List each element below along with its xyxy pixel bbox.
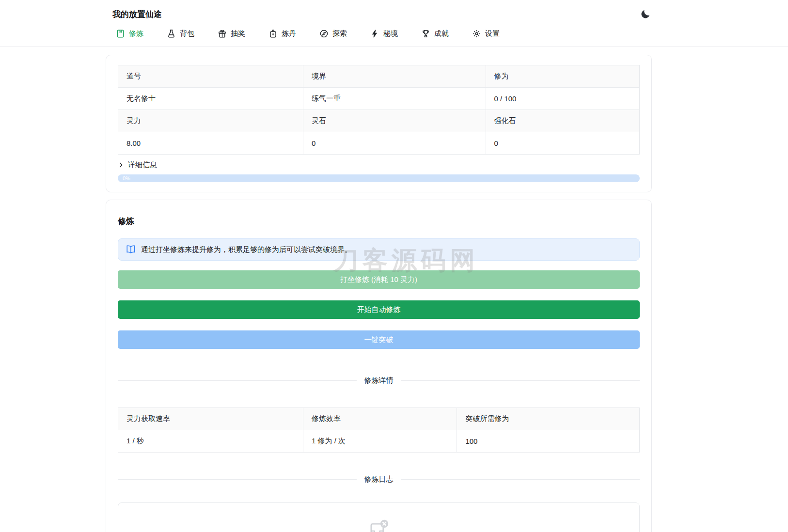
- cultivation-tip-alert: 通过打坐修炼来提升修为，积累足够的修为后可以尝试突破境界。: [118, 238, 640, 261]
- spirit-stone-value: 0: [303, 132, 486, 155]
- tab-label: 设置: [485, 29, 500, 38]
- app-title: 我的放置仙途: [112, 9, 162, 20]
- enhance-stone-label: 强化石: [486, 110, 639, 132]
- details-toggle-label: 详细信息: [128, 160, 157, 170]
- meditate-button[interactable]: 打坐修炼 (消耗 10 灵力): [118, 270, 640, 289]
- tab-label: 成就: [434, 29, 449, 38]
- chevron-right-icon: [118, 162, 124, 168]
- empty-inbox-icon: [368, 518, 390, 532]
- realm-label: 境界: [303, 65, 486, 88]
- stats-card: 道号 境界 修为 无名修士 练气一重 0 / 100 灵力 灵石 强化石 8.0…: [106, 55, 652, 192]
- header: 我的放置仙途 修炼 背包: [0, 0, 788, 47]
- cultivation-label: 修为: [486, 65, 639, 88]
- book-open-icon: [126, 245, 136, 254]
- tab-label: 抽奖: [231, 29, 245, 38]
- tab-label: 背包: [180, 29, 194, 38]
- table-row: 无名修士 练气一重 0 / 100: [118, 88, 640, 110]
- gift-icon: [218, 30, 226, 38]
- spirit-rate-label: 灵力获取速率: [118, 408, 303, 430]
- tab-cultivate[interactable]: 修炼: [116, 29, 143, 38]
- cultivation-tip-text: 通过打坐修炼来提升修为，积累足够的修为后可以尝试突破境界。: [141, 245, 352, 254]
- tab-label: 修炼: [129, 29, 143, 38]
- table-row: 灵力获取速率 修炼效率 突破所需修为: [118, 408, 640, 430]
- tab-backpack[interactable]: 背包: [167, 29, 194, 38]
- page: 我的放置仙途 修炼 背包: [0, 0, 788, 532]
- tab-label: 秘境: [383, 29, 398, 38]
- log-divider: 修炼日志: [118, 475, 640, 484]
- breakthrough-req-value: 100: [457, 430, 640, 453]
- cultivation-log-panel: 暂无日志: [118, 502, 640, 532]
- details-toggle[interactable]: 详细信息: [118, 160, 640, 170]
- efficiency-value: 1 修为 / 次: [303, 430, 457, 453]
- dao-name-label: 道号: [118, 65, 303, 88]
- journal-icon: [116, 30, 125, 38]
- cultivation-card: 修炼 通过打坐修炼来提升修为，积累足够的修为后可以尝试突破境界。 打坐修炼 (消…: [106, 200, 652, 532]
- table-row: 8.00 0 0: [118, 132, 640, 155]
- cultivation-progress-bar: 0%: [118, 174, 640, 182]
- tab-explore[interactable]: 探索: [320, 29, 347, 38]
- breakthrough-req-label: 突破所需修为: [457, 408, 640, 430]
- table-row: 灵力 灵石 强化石: [118, 110, 640, 132]
- theme-toggle-button[interactable]: [639, 7, 652, 20]
- table-row: 道号 境界 修为: [118, 65, 640, 88]
- breakthrough-button[interactable]: 一键突破: [118, 330, 640, 349]
- main-content: 道号 境界 修为 无名修士 练气一重 0 / 100 灵力 灵石 强化石 8.0…: [106, 55, 652, 532]
- compass-icon: [320, 30, 328, 38]
- main-nav: 修炼 背包 抽奖: [116, 29, 500, 38]
- details-divider: 修炼详情: [118, 376, 640, 385]
- details-divider-label: 修炼详情: [364, 376, 394, 385]
- auto-cultivate-button[interactable]: 开始自动修炼: [118, 300, 640, 319]
- tab-lottery[interactable]: 抽奖: [218, 29, 245, 38]
- tab-secret-realm[interactable]: 秘境: [371, 29, 398, 38]
- enhance-stone-value: 0: [486, 132, 639, 155]
- spirit-power-value: 8.00: [118, 132, 303, 155]
- dao-name-value: 无名修士: [118, 88, 303, 110]
- flask-icon: [167, 30, 175, 38]
- tab-label: 探索: [332, 29, 347, 38]
- realm-value: 练气一重: [303, 88, 486, 110]
- spirit-rate-value: 1 / 秒: [118, 430, 303, 453]
- bag-plus-icon: [269, 30, 277, 38]
- section-title: 修炼: [118, 216, 640, 227]
- cultivation-details-table: 灵力获取速率 修炼效率 突破所需修为 1 / 秒 1 修为 / 次 100: [118, 407, 640, 453]
- log-divider-label: 修炼日志: [364, 475, 394, 484]
- table-row: 1 / 秒 1 修为 / 次 100: [118, 430, 640, 453]
- tab-alchemy[interactable]: 炼丹: [269, 29, 296, 38]
- stats-table: 道号 境界 修为 无名修士 练气一重 0 / 100 灵力 灵石 强化石 8.0…: [118, 65, 640, 155]
- gear-icon: [473, 30, 481, 38]
- trophy-icon: [422, 30, 430, 38]
- cultivation-value: 0 / 100: [486, 88, 639, 110]
- progress-percent-label: 0%: [118, 174, 640, 182]
- tab-achievements[interactable]: 成就: [422, 29, 449, 38]
- tab-settings[interactable]: 设置: [473, 29, 500, 38]
- spirit-stone-label: 灵石: [303, 110, 486, 132]
- lightning-icon: [371, 30, 379, 38]
- spirit-power-label: 灵力: [118, 110, 303, 132]
- tab-label: 炼丹: [282, 29, 296, 38]
- efficiency-label: 修炼效率: [303, 408, 457, 430]
- moon-icon: [641, 9, 651, 19]
